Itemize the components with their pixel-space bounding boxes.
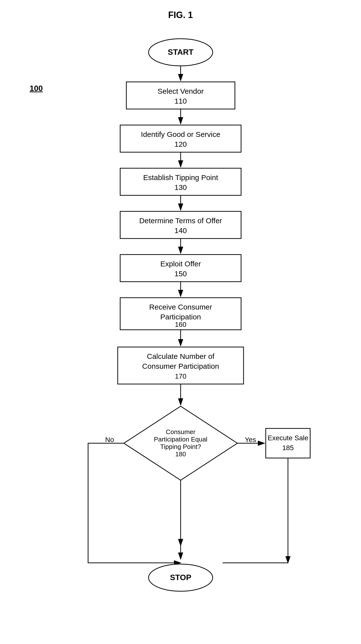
- svg-text:Execute Sale: Execute Sale: [267, 434, 308, 442]
- flowchart-diagram: START Select Vendor 110 Identify Good or…: [45, 28, 316, 639]
- svg-rect-41: [266, 428, 310, 458]
- svg-text:START: START: [168, 48, 193, 56]
- svg-text:Participation Equal: Participation Equal: [154, 436, 207, 443]
- svg-text:Identify Good or Service: Identify Good or Service: [141, 130, 220, 138]
- page-container: FIG. 1 100 START Select Vendor 110 Ident…: [0, 0, 361, 644]
- svg-text:120: 120: [174, 140, 187, 148]
- svg-text:110: 110: [174, 97, 187, 105]
- svg-text:150: 150: [174, 270, 187, 278]
- svg-text:Establish Tipping Point: Establish Tipping Point: [143, 174, 218, 182]
- svg-text:Consumer Participation: Consumer Participation: [142, 362, 219, 370]
- svg-text:Select Vendor: Select Vendor: [157, 87, 204, 95]
- svg-text:Determine Terms of Offer: Determine Terms of Offer: [139, 216, 222, 225]
- svg-text:STOP: STOP: [170, 573, 191, 582]
- svg-text:Yes: Yes: [245, 436, 256, 444]
- svg-text:Receive Consumer: Receive Consumer: [149, 303, 212, 311]
- label-100: 100: [30, 84, 43, 93]
- svg-text:Calculate Number of: Calculate Number of: [147, 352, 214, 360]
- svg-text:140: 140: [174, 226, 187, 234]
- fig-title: FIG. 1: [0, 0, 361, 20]
- svg-text:Participation: Participation: [160, 313, 201, 321]
- svg-text:Tipping Point?: Tipping Point?: [160, 443, 201, 450]
- svg-text:130: 130: [174, 183, 187, 192]
- svg-text:No: No: [105, 436, 114, 444]
- svg-text:Consumer: Consumer: [166, 428, 195, 436]
- svg-text:170: 170: [175, 372, 186, 380]
- svg-text:185: 185: [282, 444, 294, 452]
- svg-text:Exploit Offer: Exploit Offer: [160, 260, 201, 268]
- svg-text:180: 180: [175, 450, 186, 458]
- svg-text:160: 160: [175, 321, 186, 328]
